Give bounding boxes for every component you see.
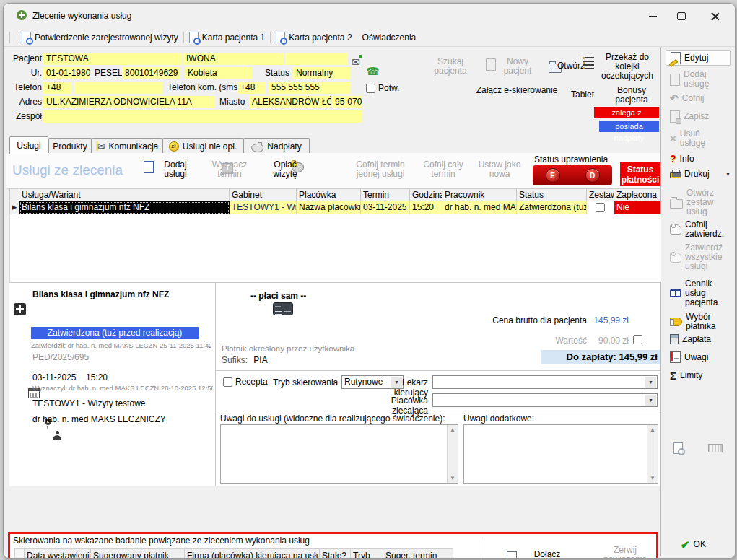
- sidebar-item-zapisz[interactable]: Zapisz: [670, 110, 709, 123]
- zalacz-eskierowanie-button[interactable]: Załącz e-skierowanie: [475, 86, 559, 95]
- lekarz-select[interactable]: ▼: [432, 375, 658, 389]
- oplac-wizyte-button[interactable]: Opłać wizytę: [266, 160, 304, 179]
- tab-uslugi[interactable]: Usługi: [9, 136, 48, 154]
- tab-nadplaty[interactable]: Nadpłaty: [243, 138, 310, 154]
- cell-zaplacona[interactable]: Nie: [614, 201, 660, 214]
- zip-field[interactable]: 95-070: [332, 96, 362, 108]
- col-termin-header[interactable]: Termin: [361, 188, 410, 201]
- cell-pracownik[interactable]: dr hab. n. med MAKS LECZNICZY: [442, 201, 517, 214]
- ok-button[interactable]: ✔ OK: [681, 539, 706, 550]
- sidebar-item-wybor-platnika[interactable]: Wybór płatnika: [670, 312, 723, 331]
- tab-produkty[interactable]: Produkty: [48, 138, 92, 154]
- uprawnienie-e-button[interactable]: E: [546, 168, 560, 183]
- sidebar-item-cofnij[interactable]: ↶ Cofnij: [670, 93, 704, 103]
- cell-usluga[interactable]: Bilans klasa i gimnazjum nfz NFZ: [19, 201, 230, 214]
- cell-placowka[interactable]: Nazwa placówki 1: [297, 201, 361, 214]
- col-godzina-header[interactable]: Godzina: [410, 188, 442, 201]
- sidebar-item-cofnij-zatwierdz[interactable]: Cofnij zatwierdz.: [670, 220, 730, 239]
- cell-godzina[interactable]: 15:20: [410, 201, 442, 214]
- sex-field[interactable]: Kobieta: [185, 67, 252, 79]
- firstname-field[interactable]: IWONA: [183, 53, 284, 65]
- toolbar-potwierdzenie-button[interactable]: Potwierdzenie zarejestrowanej wizyty: [17, 30, 183, 45]
- scroll-up-icon[interactable]: ▲: [650, 426, 655, 433]
- sidebar-item-zaplata[interactable]: Zapłata: [670, 334, 711, 344]
- scrollbar[interactable]: ▲▼: [647, 425, 658, 483]
- ref-col-tryb[interactable]: Tryb: [351, 548, 383, 559]
- cell-status[interactable]: Zatwierdzona (tuż przed realizacją): [517, 201, 587, 214]
- placowka-zlecajaca-select[interactable]: ▼: [432, 393, 658, 407]
- recepta-checkbox[interactable]: [223, 377, 232, 387]
- scroll-down-icon[interactable]: ▼: [450, 475, 455, 481]
- scroll-up-icon[interactable]: ▲: [450, 426, 455, 433]
- phone-prefix-field[interactable]: +48: [43, 82, 72, 94]
- sidebar-item-info[interactable]: ? Info: [670, 154, 694, 164]
- scrollbar[interactable]: ▲▼: [447, 425, 458, 483]
- uwagi-dodatkowe-textarea[interactable]: ▲▼: [463, 424, 658, 484]
- tab-uslugi-nie-opl[interactable]: Usługi nie opł.: [162, 138, 243, 154]
- middlename-field[interactable]: [285, 53, 348, 65]
- uprawnienie-d-button[interactable]: D: [585, 168, 600, 183]
- scroll-down-icon[interactable]: ▼: [650, 475, 655, 481]
- chevron-down-icon[interactable]: ▼: [725, 170, 731, 179]
- wartosc-checkbox[interactable]: [633, 335, 642, 344]
- chevron-down-icon[interactable]: ▼: [645, 395, 656, 406]
- close-button[interactable]: [702, 4, 728, 28]
- sidebar-item-uwagi[interactable]: Uwagi: [670, 351, 708, 363]
- birthdate-field[interactable]: 01-01-1980: [43, 67, 90, 79]
- col-zestaw-header[interactable]: Zestaw: [587, 188, 614, 201]
- mobile-field[interactable]: 555 555 555: [269, 82, 350, 94]
- col-gabinet-header[interactable]: Gabinet: [230, 188, 297, 201]
- ref-col-termin[interactable]: Suger. termin: [383, 548, 453, 559]
- sidebar-item-edytuj[interactable]: Edytuj: [666, 50, 731, 66]
- tablet-button[interactable]: Tablet: [567, 90, 598, 100]
- zerwij-powiazanie-button[interactable]: Zerwij powiązanie skierowania: [592, 546, 658, 559]
- sidebar-item-zatwierdz-wszystkie[interactable]: Zatwierdź wszystkie usługi: [670, 243, 728, 271]
- team-field[interactable]: [43, 110, 362, 123]
- col-status-header[interactable]: Status: [517, 188, 587, 201]
- toolbar-oswiadczenia-button[interactable]: Oświadczenia: [357, 30, 422, 45]
- wyznacz-termin-button[interactable]: Wyznacz termin: [209, 160, 250, 179]
- patient-status-field[interactable]: Normalny: [293, 67, 350, 79]
- mail-icon[interactable]: ✉: [352, 56, 360, 68]
- nowy-pacjent-button[interactable]: Nowy pacjent: [499, 57, 536, 76]
- uwagi-uslugi-textarea[interactable]: ▲▼: [220, 424, 458, 484]
- ustaw-jako-nowa-button[interactable]: Ustaw jako nowa: [474, 160, 525, 179]
- sidebar-item-limity[interactable]: Σ Limity: [670, 370, 702, 381]
- bonusy-button[interactable]: Bonusy pacjenta: [609, 86, 655, 105]
- phone-icon[interactable]: ☎: [366, 66, 380, 76]
- sidebar-item-drukuj[interactable]: Drukuj ▼: [670, 170, 731, 179]
- chevron-down-icon[interactable]: ▼: [645, 377, 656, 388]
- status-platnosci-button[interactable]: Status płatności: [620, 162, 660, 186]
- cofnij-termin-jednej-button[interactable]: Cofnij termin jednej usługi: [349, 160, 412, 179]
- tab-komunikacja[interactable]: ✉Komunikacja: [92, 138, 162, 154]
- sidebar-item-cennik[interactable]: Cennik usług pacjenta: [670, 279, 723, 307]
- dodaj-uslugi-button[interactable]: Dodaj usługi: [157, 160, 194, 179]
- preview-icon[interactable]: [673, 442, 683, 454]
- ref-col-platnik[interactable]: Sugerowany płatnik: [91, 548, 185, 559]
- maximize-button[interactable]: [668, 4, 694, 28]
- toolbar-karta2-button[interactable]: Karta pacjenta 2: [271, 30, 357, 45]
- ref-col-stale[interactable]: Stałe?: [320, 548, 351, 559]
- keyboard-icon[interactable]: [708, 444, 723, 452]
- sidebar-item-usun-usluge[interactable]: × Usuń usługę: [670, 129, 718, 148]
- cell-termin[interactable]: 03-11-2025: [361, 201, 410, 214]
- col-zaplacona-header[interactable]: Zapłacona: [614, 188, 660, 201]
- szukaj-pacjenta-button[interactable]: Szukaj pacjenta: [428, 57, 473, 76]
- cofnij-caly-termin-button[interactable]: Cofnij cały termin: [418, 160, 468, 179]
- phone-field[interactable]: [74, 82, 162, 94]
- przekaz-kolejka-button[interactable]: Przekaż do kolejki oczekujących: [597, 53, 658, 81]
- col-usluga-header[interactable]: Usługa/Wariant: [19, 188, 230, 201]
- ref-col-data[interactable]: Data wystawienia: [25, 548, 91, 559]
- dolacz-skierowanie-button[interactable]: Dołącz skierowanie: [521, 550, 573, 559]
- sidebar-item-otworz-zestaw[interactable]: Otwórz zestaw usług: [670, 188, 723, 216]
- toolbar-karta1-button[interactable]: Karta pacjenta 1: [184, 30, 270, 45]
- address-field[interactable]: UL.KAZIMIERZA ODNOWICIELA 11A: [43, 96, 215, 108]
- mobile-prefix-field[interactable]: +48: [237, 82, 266, 94]
- pesel-field[interactable]: 80010149629: [122, 67, 180, 79]
- cell-gabinet[interactable]: TESTOWY1 - Wizyty testowe: [230, 201, 297, 214]
- potw-checkbox[interactable]: [366, 84, 375, 93]
- lastname-field[interactable]: TESTOWA: [43, 53, 182, 65]
- minimize-button[interactable]: [640, 4, 666, 28]
- col-placowka-header[interactable]: Placówka: [297, 188, 361, 201]
- city-field[interactable]: ALEKSANDRÓW ŁÓDZ: [249, 96, 331, 108]
